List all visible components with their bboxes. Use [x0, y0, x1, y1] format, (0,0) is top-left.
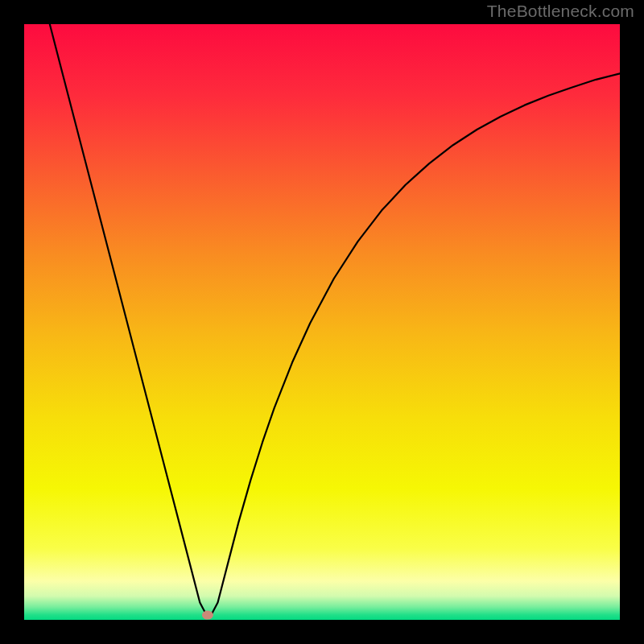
plot-background: [24, 24, 620, 620]
selected-point-marker: [202, 611, 213, 620]
chart-container: TheBottleneck.com: [0, 0, 644, 644]
bottleneck-chart: [0, 0, 644, 644]
watermark-text: TheBottleneck.com: [487, 2, 634, 21]
